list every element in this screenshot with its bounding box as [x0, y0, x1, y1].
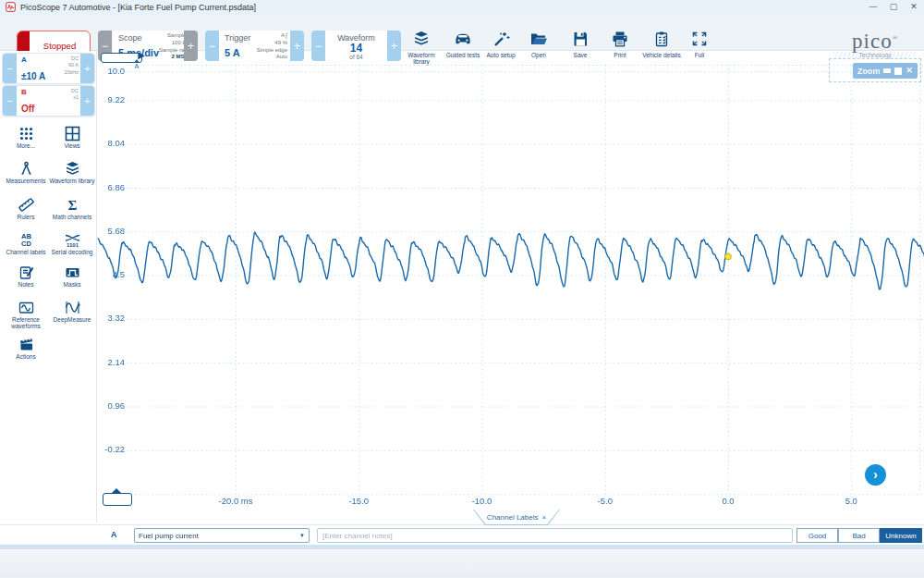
chevron-right-icon: › — [873, 467, 878, 482]
sidebar-item-views[interactable]: Views — [49, 126, 95, 149]
channel-b-increase-button[interactable]: + — [80, 86, 94, 116]
zoom-toolbar[interactable]: Zoom ✕ — [853, 63, 918, 79]
title-bar: PicoScope 7 Automotive - [Kia Forte Fuel… — [0, 0, 924, 15]
channel-notes-input[interactable] — [317, 528, 793, 543]
sidebar-item-rulers[interactable]: Rulers — [3, 197, 49, 220]
channel-b-range: Off — [21, 104, 68, 114]
masks-icon — [49, 264, 95, 280]
window-title: PicoScope 7 Automotive - [Kia Forte Fuel… — [20, 3, 256, 12]
waveform-library-icon — [412, 30, 431, 51]
window-close-button[interactable]: ✕ — [904, 0, 924, 15]
app-logo-icon — [6, 2, 16, 14]
channel-b-id: B — [21, 88, 68, 96]
toolbar: Stopped − Scope 5 ms/div Samples 100 kS … — [0, 15, 924, 51]
channel-a-increase-button[interactable]: + — [80, 54, 94, 83]
sidebar-item-math-channels[interactable]: Σ Math channels — [49, 197, 95, 220]
expand-icon — [690, 30, 709, 51]
channel-a-range: ±10 A — [21, 71, 61, 81]
folder-open-icon — [529, 30, 548, 51]
channel-a-label: A — [111, 530, 117, 539]
channel-a-id: A — [21, 55, 61, 64]
sidebar-item-waveform-library[interactable]: Waveform library — [49, 161, 95, 184]
channel-b-card[interactable]: − B Off DC x1 + — [2, 85, 95, 117]
channel-labels-bar: A Fuel pump current ▼ Good Bad Unknown — [0, 524, 924, 545]
actions-icon — [3, 337, 49, 352]
taskbar: 4 67°F Mostly cloudy 1 ? PS — [0, 548, 924, 578]
channel-b-decrease-button[interactable]: − — [3, 86, 17, 116]
svg-text:CD: CD — [21, 240, 31, 248]
channel-label-select[interactable]: Fuel pump current ▼ — [134, 528, 310, 543]
waveform-plot[interactable] — [97, 51, 924, 523]
ruler-icon — [3, 197, 49, 213]
svg-text:1101: 1101 — [66, 242, 79, 248]
horizontal-axis-scroll-handle[interactable] — [103, 493, 132, 506]
zoom-label: Zoom — [857, 67, 881, 76]
notes-icon — [3, 264, 49, 280]
printer-icon — [611, 30, 629, 51]
sidebar-item-notes[interactable]: Notes — [3, 264, 49, 288]
window-maximize-button[interactable]: ▢ — [883, 0, 904, 15]
next-waveform-button[interactable]: › — [865, 464, 886, 486]
magic-wand-icon — [492, 30, 510, 51]
sidebar: − A ±10 A DC 60 A 20kHz + − B Off DC x1 … — [0, 51, 97, 523]
clipboard-icon — [652, 30, 671, 51]
tab-label: Channel Labels — [487, 513, 539, 522]
zoom-close-icon[interactable]: ✕ — [906, 67, 913, 75]
sidebar-item-channel-labels[interactable]: ABCD Channel labels — [3, 232, 49, 255]
save-icon — [571, 30, 590, 51]
sidebar-item-measurements[interactable]: Measurements — [3, 161, 49, 184]
sidebar-item-deepmeasure[interactable]: DeepMeasure — [49, 300, 95, 323]
window-minimize-button[interactable]: — — [863, 0, 883, 15]
car-icon — [454, 30, 472, 51]
scope-title: Scope — [118, 33, 159, 43]
zoom-overlay: Zoom ✕ — [829, 58, 921, 82]
sidebar-item-more[interactable]: More... — [3, 126, 49, 149]
serial-decoding-icon: 1101 — [49, 232, 95, 248]
channel-a-axis-marker[interactable]: A — [130, 59, 143, 69]
caret-down-icon: ▼ — [299, 533, 305, 538]
bad-button[interactable]: Bad — [838, 528, 880, 543]
views-icon — [49, 126, 95, 141]
calipers-icon — [3, 161, 49, 177]
zoom-maximize-icon[interactable] — [894, 68, 902, 75]
good-button[interactable]: Good — [796, 528, 838, 543]
sidebar-item-serial-decoding[interactable]: 1101 Serial decoding — [49, 232, 95, 255]
sidebar-item-actions[interactable]: Actions — [3, 337, 49, 360]
channel-a-card[interactable]: − A ±10 A DC 60 A 20kHz + — [2, 53, 95, 84]
channel-a-decrease-button[interactable]: − — [3, 54, 17, 83]
reference-waveforms-icon — [3, 300, 49, 315]
zoom-minimize-icon[interactable] — [883, 68, 891, 73]
more-grid-icon — [3, 126, 49, 141]
channel-b-specs: DC x1 — [69, 86, 80, 116]
channel-labels-icon: ABCD — [3, 232, 49, 248]
waveform-library-icon — [49, 161, 95, 177]
sigma-icon: Σ — [49, 197, 95, 213]
sidebar-item-masks[interactable]: Masks — [49, 264, 95, 288]
deepmeasure-icon — [49, 300, 95, 315]
svg-text:Σ: Σ — [67, 198, 77, 213]
channel-a-specs: DC 60 A 20kHz — [62, 54, 80, 83]
rising-edge-icon: ∫ — [286, 32, 287, 38]
unknown-button[interactable]: Unknown — [880, 528, 922, 543]
tab-close-icon[interactable]: × — [541, 513, 546, 522]
trigger-title: Trigger — [225, 33, 250, 43]
channel-labels-tab[interactable]: Channel Labels × — [473, 510, 560, 525]
sidebar-item-reference-waveforms[interactable]: Reference waveforms — [3, 300, 49, 330]
scroll-up-arrow-icon — [111, 488, 122, 494]
channel-label-value: Fuel pump current — [139, 532, 199, 540]
